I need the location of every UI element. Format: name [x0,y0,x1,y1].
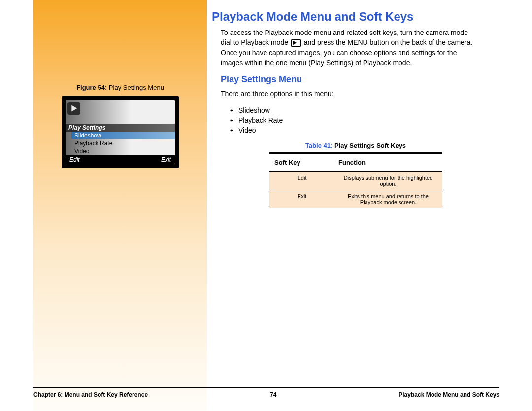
svg-marker-0 [71,105,77,112]
table-cell: Edit [269,175,334,187]
page-footer: Chapter 6: Menu and Soft Key Reference 7… [33,387,499,411]
lcd-top [66,100,175,124]
camera-lcd: Play Settings Slideshow Playback Rate Vi… [62,96,179,168]
list-item: Video [230,125,499,135]
menu-item: Video [71,147,175,155]
figure-caption: Figure 54: Play Settings Menu [33,84,207,91]
lcd-inner: Play Settings Slideshow Playback Rate Vi… [66,100,175,164]
figure-label: Figure 54: [76,84,107,91]
list-item: Playback Rate [230,115,499,125]
table-label: Table 41: [305,142,332,149]
figure-text: Play Settings Menu [107,84,164,91]
table-cell: Exit [269,193,334,205]
play-icon [67,102,80,115]
lcd-menu: Play Settings Slideshow Playback Rate Vi… [66,124,175,155]
options-list: Slideshow Playback Rate Video [230,105,499,135]
sidebar: Figure 54: Play Settings Menu Play Setti… [33,0,207,411]
table-caption: Table 41: Play Settings Soft Keys [212,142,499,149]
section-intro: There are three options in this menu: [221,89,480,99]
table-caption-text: Play Settings Soft Keys [332,142,406,149]
softkey-left: Edit [69,156,80,163]
table-row: Edit Displays submenu for the highlighte… [269,172,442,190]
table-cell: Displays submenu for the highlighted opt… [334,175,442,187]
list-item: Slideshow [230,105,499,115]
footer-center: 74 [270,391,276,398]
table-cell: Exits this menu and returns to the Playb… [334,193,442,205]
section-heading: Play Settings Menu [221,74,499,85]
menu-item-selected: Slideshow [71,132,175,139]
table-header-row: Soft Key Function [269,154,442,172]
page: Figure 54: Play Settings Menu Play Setti… [33,0,499,411]
softkey-table: Soft Key Function Edit Displays submenu … [269,152,442,208]
footer-right: Playback Mode Menu and Soft Keys [399,391,499,398]
menu-item: Playback Rate [71,139,175,147]
table-row: Exit Exits this menu and returns to the … [269,190,442,208]
main-content: Playback Mode Menu and Soft Keys To acce… [207,0,499,411]
playback-mode-icon [291,39,301,47]
table-header-cell: Soft Key [269,159,333,166]
intro-paragraph: To access the Playback mode menu and rel… [221,28,480,68]
footer-left: Chapter 6: Menu and Soft Key Reference [33,391,148,398]
softkey-right: Exit [161,156,171,163]
table-header-cell: Function [333,159,442,166]
lcd-softkey-bar: Edit Exit [66,155,175,164]
menu-header: Play Settings [66,124,175,132]
page-title: Playback Mode Menu and Soft Keys [212,10,499,24]
